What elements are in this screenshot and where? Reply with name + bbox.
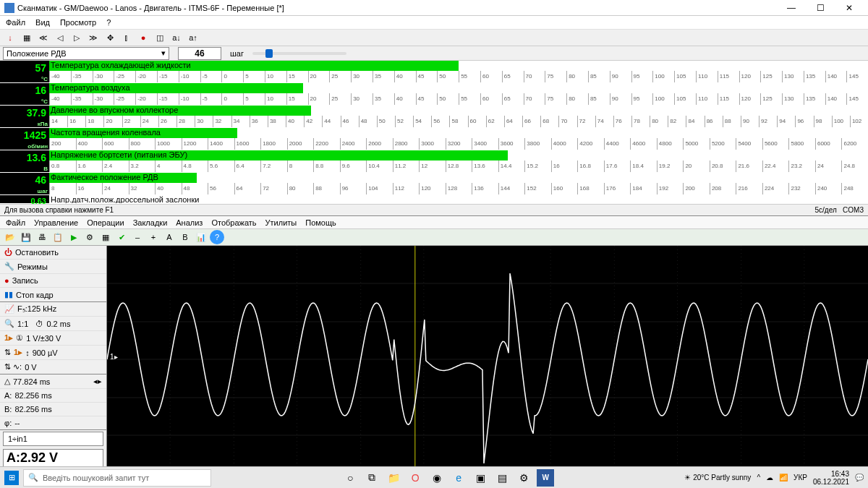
osc-zoom-in-icon[interactable]: + [146,230,161,244]
row-value: 46шаг [0,173,49,194]
osc-menu-utils[interactable]: Утилиты [265,218,297,227]
osc-menu-ops[interactable]: Операции [87,218,124,227]
statusbar-top: Для вызова справки нажмите F1 5с/дел COM… [0,204,868,215]
osc-trig[interactable]: ⇅1▸ ↕900 µV [0,346,106,360]
row-label: Напряжение бортсети (питания ЭБУ) [49,150,189,159]
osc-cfg-icon[interactable]: ⚙ [82,230,97,244]
tray-notif-icon[interactable]: 💬 [855,474,864,481]
next-icon[interactable]: ▷ [69,30,84,45]
stop-icon[interactable]: ↓ [3,30,17,45]
task-explorer-icon[interactable]: 📁 [385,469,402,487]
task-app2-icon[interactable]: ▤ [493,469,511,487]
taskbar: ⊞ 🔍 Введіть пошуковий запит тут ○ ⧉ 📁 O … [0,466,868,488]
titlebar: Сканматик - GM/Daewoo - Lanos - Двигател… [0,0,868,16]
search-placeholder: Введіть пошуковий запит тут [43,474,149,482]
osc-grid-icon[interactable]: ▦ [98,230,113,244]
row-track: Частота вращения коленвала20040060080010… [49,128,868,150]
move-icon[interactable]: ✥ [103,30,117,45]
osc-menu-help[interactable]: Помощь [305,218,336,227]
window-title: Сканматик - GM/Daewoo - Lanos - Двигател… [17,4,777,12]
osc-meas-icon[interactable]: 📊 [194,230,208,244]
maximize-button[interactable]: ☐ [806,1,835,15]
task-edge-icon[interactable]: e [450,469,467,487]
menu-view[interactable]: Вид [35,18,50,27]
row-track: Температура воздуха-40-35-30-25-20-15-10… [49,83,868,105]
sort-desc-icon[interactable]: a↑ [186,30,200,45]
row-track: Напряжение бортсети (питания ЭБУ)0.81.62… [49,150,868,172]
ch1-marker: 1▸ [110,353,118,361]
osc-scope[interactable]: 1▸ [107,246,868,474]
osc-zoom[interactable]: 🔍1:1 ⏱0.2 ms [0,317,106,331]
first-icon[interactable]: ≪ [36,30,51,45]
row-value: 1425об/мин [0,128,49,150]
task-settings-icon[interactable]: ⚙ [515,469,532,487]
menu-help[interactable]: ? [106,18,111,27]
osc-play-icon[interactable]: ▶ [67,230,81,244]
osc-B[interactable]: B:82.256 ms [0,403,106,416]
data-row: 16°CТемпература воздуха-40-35-30-25-20-1… [0,83,868,106]
osc-menu-analysis[interactable]: Анализ [176,218,203,227]
osc-toolbar: 📂 💾 🖶 📋 ▶ ⚙ ▦ ✔ – + A B 📊 ? [0,228,868,246]
tray-clock[interactable]: 16:4306.12.2021 [813,470,849,486]
last-icon[interactable]: ≫ [86,30,101,45]
split-icon[interactable]: ⫿ [119,30,134,45]
osc-zoom-out-icon[interactable]: – [130,230,145,244]
task-app1-icon[interactable]: ▣ [472,469,489,487]
start-button[interactable]: ⊞ [4,471,19,485]
sort-asc-icon[interactable]: a↓ [169,30,184,45]
osc-menu-control[interactable]: Управление [34,218,78,227]
osc-modes-button[interactable]: 🔧Режимы [0,260,106,274]
prev-icon[interactable]: ◁ [53,30,67,45]
task-opera-icon[interactable]: O [407,469,424,487]
osc-fs[interactable]: 📈 F₅:125 kHz [0,302,106,317]
osc-menu-bookmarks[interactable]: Закладки [133,218,168,227]
task-taskview-icon[interactable]: ⧉ [363,469,380,487]
osc-A[interactable]: A:82.256 ms [0,389,106,403]
task-cortana-icon[interactable]: ○ [341,469,359,487]
props-icon[interactable]: ▦ [20,30,34,45]
menu-file[interactable]: Файл [6,18,25,27]
tray-wifi-icon[interactable]: 📶 [779,474,788,481]
data-rows: 57°CТемпература охлаждающей жидкости-40-… [0,61,868,204]
osc-record-button[interactable]: ●Запись [0,274,106,288]
param-row: Положение РДВ▾ 46 шаг [0,46,868,61]
osc-dA[interactable]: △77.824 ms◂▸ [0,374,106,389]
osc-open-icon[interactable]: 📂 [3,230,17,244]
task-word-icon[interactable]: W [537,469,554,487]
osc-menubar: Файл Управление Операции Закладки Анализ… [0,215,868,228]
menu-browse[interactable]: Просмотр [60,18,96,27]
taskbar-search[interactable]: 🔍 Введіть пошуковий запит тут [23,469,211,487]
osc-cursor-b-icon[interactable]: B [178,230,192,244]
osc-phi[interactable]: φ:-- [0,416,106,430]
osc-src[interactable]: 1÷in1 [3,432,103,446]
task-chrome-icon[interactable]: ◉ [428,469,446,487]
osc-print-icon[interactable]: 🖶 [35,230,49,244]
tray-cloud-icon[interactable]: ☁ [766,474,773,481]
osc-offset[interactable]: ⇅ ∿:0 V [0,360,106,374]
weather-widget[interactable]: ☀ 20°C Partly sunny [684,474,751,481]
osc-check-icon[interactable]: ✔ [114,230,129,244]
close-button[interactable]: ✕ [835,1,864,15]
row-track: Напр.датч.полож.дроссельной заслонки [49,195,868,203]
row-value: 57°C [0,61,49,82]
param-slider[interactable] [252,52,346,55]
osc-copy-icon[interactable]: 📋 [51,230,65,244]
tray-chevron-icon[interactable]: ^ [757,474,760,481]
minimize-button[interactable]: — [777,1,806,15]
row-value: 37.9кПа [0,106,49,127]
tray-lang[interactable]: УКР [793,474,807,481]
param-combo[interactable]: Положение РДВ▾ [3,47,169,60]
osc-cursor-a-icon[interactable]: A [162,230,176,244]
row-track: Давление во впускном коллекторе141618202… [49,106,868,127]
param-value[interactable]: 46 [178,47,221,60]
osc-stop-button[interactable]: ⏻Остановить [0,246,106,260]
osc-save-icon[interactable]: 💾 [19,230,33,244]
osc-ch1[interactable]: 1▸①1 V/±30 V [0,331,106,346]
osc-menu-display[interactable]: Отображать [211,218,256,227]
search-icon: 🔍 [28,473,38,482]
osc-freeze-button[interactable]: ▮▮Стоп кадр [0,288,106,302]
osc-helpq-icon[interactable]: ? [210,230,224,244]
osc-menu-file[interactable]: Файл [6,218,25,227]
record-icon[interactable]: ● [136,30,150,45]
chart-icon[interactable]: ◫ [153,30,167,45]
